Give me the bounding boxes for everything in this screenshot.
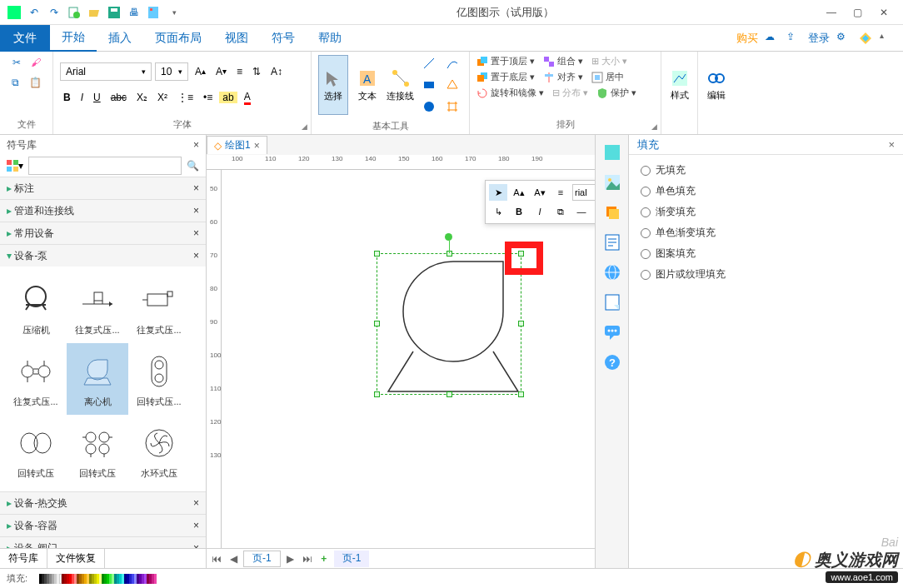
fill-opt-pattern[interactable]: 图案填充 xyxy=(641,247,891,261)
fill-opt-gradient[interactable]: 渐变填充 xyxy=(641,205,891,219)
tab-page-layout[interactable]: 页面布局 xyxy=(143,25,213,52)
ellipse-tool-icon[interactable] xyxy=(419,98,439,115)
group-button[interactable]: 组合 ▾ xyxy=(543,55,583,67)
shape-compressor[interactable]: 压缩机 xyxy=(5,272,67,343)
superscript-button[interactable]: X² xyxy=(154,90,171,105)
subscript-button[interactable]: X₂ xyxy=(133,90,151,105)
tab-start[interactable]: 开始 xyxy=(50,25,97,52)
to-front-button[interactable]: 置于顶层 ▾ xyxy=(476,55,535,67)
italic-button[interactable]: I xyxy=(77,90,87,105)
list-icon[interactable]: ⋮≡ xyxy=(174,90,197,105)
protect-button[interactable]: 保护 ▾ xyxy=(596,87,636,99)
minimize-button[interactable]: ― xyxy=(826,7,838,18)
font-grow-icon[interactable]: A▴ xyxy=(192,64,209,79)
cut-icon[interactable]: ✂ xyxy=(9,55,24,70)
shape-waterring[interactable]: 水环式压 xyxy=(128,415,190,486)
maximize-button[interactable]: ▢ xyxy=(853,7,865,18)
strip-image-icon[interactable] xyxy=(601,172,623,193)
file-menu-button[interactable]: 文件 xyxy=(0,25,50,52)
tab-insert[interactable]: 插入 xyxy=(97,25,143,52)
mini-font-shrink-icon[interactable]: A▾ xyxy=(531,184,549,201)
qat-redo-icon[interactable]: ↷ xyxy=(45,3,63,22)
section-pumps[interactable]: ▾ 设备-泵× xyxy=(0,245,206,267)
buy-link[interactable]: 购买 xyxy=(736,31,758,46)
lib-grid-icon[interactable]: ▾ xyxy=(3,158,27,173)
mini-pointer-icon[interactable]: ➤ xyxy=(489,184,507,201)
mini-italic-icon[interactable]: I xyxy=(531,203,549,220)
selection-box[interactable] xyxy=(377,253,521,395)
rotation-handle[interactable] xyxy=(445,233,452,241)
mini-eyedrop-icon[interactable]: 💧 xyxy=(593,203,595,220)
strip-comment-icon[interactable] xyxy=(601,321,623,343)
search-icon[interactable]: 🔍 xyxy=(183,158,202,173)
qat-undo-icon[interactable]: ↶ xyxy=(25,3,43,22)
qat-more-icon[interactable]: ▾ xyxy=(165,3,183,22)
connector-tool-button[interactable]: 连接线 xyxy=(386,55,416,115)
mini-bold-icon[interactable]: B xyxy=(510,203,528,220)
bold-button[interactable]: B xyxy=(60,90,74,105)
drawing-canvas[interactable]: ➤ A▴ A▾ ≡ ↳ B I ⧉ — 💧 xyxy=(222,170,595,548)
tab-view[interactable]: 视图 xyxy=(213,25,260,52)
collapse-ribbon-icon[interactable]: ▴ xyxy=(880,31,895,46)
add-page-icon[interactable]: + xyxy=(317,553,331,565)
shape-recip3[interactable]: 往复式压... xyxy=(5,343,67,415)
bottom-tab-symbols[interactable]: 符号库 xyxy=(0,549,47,568)
align-icon[interactable]: ≡ xyxy=(233,64,246,79)
tab-help[interactable]: 帮助 xyxy=(307,25,353,52)
mini-copy-icon[interactable]: ⧉ xyxy=(551,203,570,220)
bottom-tab-recovery[interactable]: 文件恢复 xyxy=(47,549,105,568)
shape-rotary3[interactable]: 回转式压 xyxy=(67,415,128,486)
to-back-button[interactable]: 置于底层 ▾ xyxy=(476,71,535,83)
style-button[interactable]: 样式 xyxy=(668,56,691,116)
curve-tool-icon[interactable] xyxy=(442,55,462,72)
shape-rotary1[interactable]: 回转式压... xyxy=(128,343,190,415)
symbol-search-input[interactable] xyxy=(28,157,182,175)
shape-recip2[interactable]: 往复式压... xyxy=(128,272,190,343)
page-last-icon[interactable]: ⏭ xyxy=(301,553,314,565)
mini-line-icon[interactable]: — xyxy=(572,203,591,220)
strip-fill-icon[interactable] xyxy=(601,142,623,163)
close-right-pane-icon[interactable]: × xyxy=(888,138,895,151)
edit-button[interactable]: 编辑 xyxy=(705,56,728,116)
strip-layer-icon[interactable] xyxy=(601,202,623,223)
fill-opt-none[interactable]: 无填充 xyxy=(641,163,891,177)
strip-note-icon[interactable] xyxy=(601,292,623,313)
qat-open-icon[interactable] xyxy=(85,3,103,22)
format-painter-icon[interactable]: 🖌 xyxy=(27,55,44,70)
text-tool-button[interactable]: A文本 xyxy=(352,55,382,115)
fill-opt-solid[interactable]: 单色填充 xyxy=(641,184,891,198)
font-size-select[interactable]: 10▾ xyxy=(155,62,188,81)
close-button[interactable]: ✕ xyxy=(880,7,891,18)
fill-opt-mono-gradient[interactable]: 单色渐变填充 xyxy=(641,226,891,240)
section-vessel[interactable]: ▸ 设备-容器× xyxy=(0,515,206,536)
color-palette-bar[interactable] xyxy=(39,574,157,584)
strip-text-icon[interactable] xyxy=(601,232,623,253)
login-link[interactable]: 登录 xyxy=(808,31,830,46)
close-left-pane-icon[interactable]: × xyxy=(193,139,199,151)
page-prev-icon[interactable]: ◀ xyxy=(227,553,240,565)
fill-opt-texture[interactable]: 图片或纹理填充 xyxy=(641,267,891,282)
page-tab-2[interactable]: 页-1 xyxy=(334,551,370,567)
page-tab-1[interactable]: 页-1 xyxy=(243,551,281,567)
section-common[interactable]: ▸ 常用设备× xyxy=(0,222,206,244)
mini-align-icon[interactable]: ≡ xyxy=(551,184,570,201)
section-pipes[interactable]: ▸ 管道和连接线× xyxy=(0,200,206,222)
share-icon[interactable]: ⇪ xyxy=(786,31,801,46)
mini-font-input[interactable] xyxy=(572,184,595,201)
center-button[interactable]: 居中 xyxy=(591,71,624,83)
font-shrink-icon[interactable]: A▾ xyxy=(212,64,230,79)
shape-rotary2[interactable]: 回转式压 xyxy=(5,415,67,486)
settings-icon[interactable]: ⚙ xyxy=(836,31,851,46)
section-annotation[interactable]: ▸ 标注× xyxy=(0,177,206,199)
line-spacing-icon[interactable]: ⇅ xyxy=(249,64,264,79)
strip-help-icon[interactable]: ? xyxy=(601,351,623,373)
highlight-icon[interactable]: ab xyxy=(219,92,237,103)
line-tool-icon[interactable] xyxy=(419,55,439,72)
qat-print-icon[interactable]: 🖶 xyxy=(125,3,143,22)
strip-web-icon[interactable] xyxy=(601,262,623,283)
qat-export-icon[interactable] xyxy=(145,3,163,22)
font-name-select[interactable]: Arial▾ xyxy=(60,62,152,81)
mini-connector-icon[interactable]: ↳ xyxy=(489,203,507,220)
section-heatex[interactable]: ▸ 设备-热交换× xyxy=(0,492,206,514)
section-valve[interactable]: ▸ 设备-阀门× xyxy=(0,537,206,548)
